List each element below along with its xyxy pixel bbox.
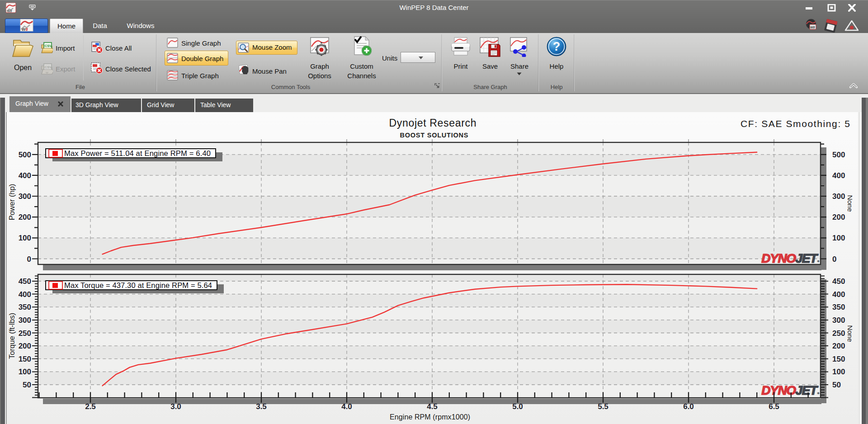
svg-text:BOOST SOLUTIONS: BOOST SOLUTIONS xyxy=(400,132,468,139)
svg-text:100: 100 xyxy=(19,234,31,242)
svg-text:50: 50 xyxy=(832,381,841,389)
svg-text:6.0: 6.0 xyxy=(683,402,694,411)
svg-text:4.0: 4.0 xyxy=(341,402,352,411)
svg-text:250: 250 xyxy=(19,329,31,338)
svg-text:450: 450 xyxy=(19,277,31,286)
svg-text:400: 400 xyxy=(832,171,845,180)
svg-text:100: 100 xyxy=(832,367,845,376)
svg-text:300: 300 xyxy=(832,316,845,325)
svg-text:2.5: 2.5 xyxy=(85,402,96,411)
svg-text:3.5: 3.5 xyxy=(256,402,267,411)
svg-text:500: 500 xyxy=(19,151,31,159)
svg-text:0: 0 xyxy=(832,255,836,264)
svg-text:400: 400 xyxy=(832,290,845,299)
svg-text:DYNOJET●: DYNOJET● xyxy=(761,383,819,397)
svg-text:Engine RPM (rpmx1000): Engine RPM (rpmx1000) xyxy=(390,413,470,421)
svg-text:500: 500 xyxy=(832,151,845,159)
svg-text:5.5: 5.5 xyxy=(598,402,609,411)
svg-text:5.0: 5.0 xyxy=(512,402,523,411)
svg-text:Max Torque = 437.30 at Engine: Max Torque = 437.30 at Engine RPM = 5.64 xyxy=(64,281,212,290)
svg-text:200: 200 xyxy=(19,342,31,350)
svg-text:400: 400 xyxy=(19,171,31,180)
svg-text:Power (hp): Power (hp) xyxy=(8,184,16,221)
svg-text:300: 300 xyxy=(19,192,31,201)
svg-text:Max Power = 511.04 at Engine R: Max Power = 511.04 at Engine RPM = 6.40 xyxy=(64,149,211,158)
svg-text:Dynojet Research: Dynojet Research xyxy=(389,117,476,129)
svg-text:Torque (ft-lbs): Torque (ft-lbs) xyxy=(8,313,16,359)
svg-text:350: 350 xyxy=(19,303,31,311)
svg-text:100: 100 xyxy=(19,367,31,376)
svg-text:200: 200 xyxy=(832,342,845,350)
svg-text:150: 150 xyxy=(832,355,845,363)
svg-text:250: 250 xyxy=(832,329,845,338)
svg-text:450: 450 xyxy=(832,277,845,286)
svg-text:150: 150 xyxy=(19,355,31,363)
svg-text:200: 200 xyxy=(19,213,31,221)
svg-text:4.5: 4.5 xyxy=(427,402,438,411)
svg-text:350: 350 xyxy=(832,303,845,311)
svg-text:DYNOJET●: DYNOJET● xyxy=(761,251,819,265)
svg-text:None: None xyxy=(846,195,854,212)
svg-text:300: 300 xyxy=(19,316,31,325)
svg-text:50: 50 xyxy=(23,381,31,389)
svg-text:0: 0 xyxy=(27,255,31,264)
svg-text:None: None xyxy=(846,325,854,342)
svg-text:200: 200 xyxy=(832,213,845,221)
svg-text:6.5: 6.5 xyxy=(769,402,779,411)
svg-text:3.0: 3.0 xyxy=(170,402,181,411)
svg-text:400: 400 xyxy=(19,290,31,299)
svg-text:100: 100 xyxy=(832,234,845,242)
svg-text:300: 300 xyxy=(832,192,845,201)
svg-text:CF: SAE Smoothing: 5: CF: SAE Smoothing: 5 xyxy=(741,118,850,129)
